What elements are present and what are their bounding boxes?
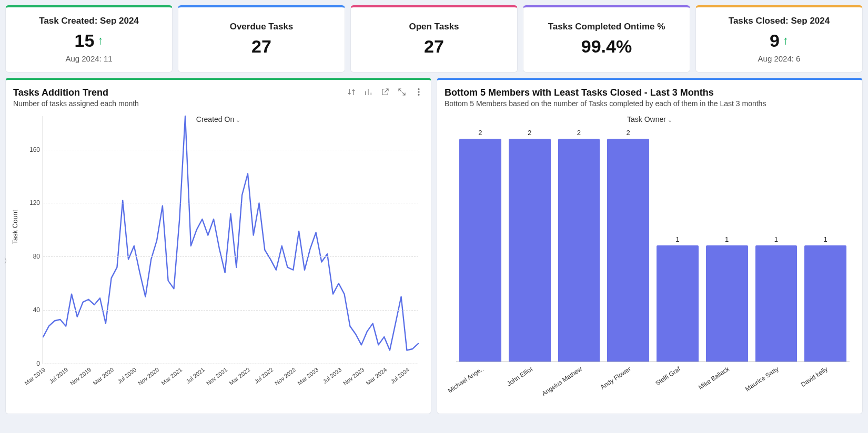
bar-column: 1 [755, 129, 798, 362]
kpi-value: 99.4% [581, 36, 632, 57]
bar-x-tick: Steffi Graf [653, 364, 702, 396]
bar-x-labels: Michael Ange..John ElliotAngelus MathewA… [456, 364, 850, 396]
svg-point-0 [418, 89, 419, 90]
kpi-title: Task Created: Sep 2024 [11, 16, 167, 26]
kpi-title: Tasks Completed Ontime % [529, 22, 684, 32]
expand-icon[interactable] [397, 87, 407, 99]
x-tick: Nov 2019 [68, 366, 92, 386]
y-tick: 80 [22, 253, 40, 260]
gridline [43, 150, 418, 150]
y-axis-label: Task Count [11, 210, 19, 244]
x-tick: Jul 2023 [321, 366, 342, 385]
x-tick: Nov 2023 [342, 366, 365, 386]
tasks-addition-trend-card: Tasks Addition Trend Number of tasks ass… [5, 78, 431, 414]
kpi-card-4: Tasks Closed: Sep 20249↑Aug 2024: 6 [695, 5, 863, 73]
bar-value-label: 2 [627, 129, 630, 137]
kpi-value: 15 [75, 30, 95, 51]
kpi-value-line: 15↑ [11, 30, 167, 51]
x-tick: Jul 2021 [185, 366, 206, 385]
kpi-title: Open Tasks [356, 22, 512, 32]
x-tick: Nov 2021 [205, 366, 228, 386]
x-tick: Nov 2020 [137, 366, 160, 386]
y-tick: 0 [22, 360, 40, 367]
kpi-card-2: Open Tasks27 [350, 5, 518, 73]
x-tick: Mar 2020 [92, 366, 115, 386]
kpi-value-line: 27 [184, 36, 339, 57]
y-tick: 40 [22, 306, 40, 314]
bar-x-tick: David kelly [801, 364, 850, 396]
kpi-card-3: Tasks Completed Ontime %99.4% [523, 5, 690, 73]
bar-value-label: 2 [528, 129, 531, 137]
bar-rect [706, 245, 748, 362]
chart-subtitle: Number of tasks assigned each month [13, 99, 139, 108]
x-tick: Mar 2022 [228, 366, 251, 386]
bar-column: 2 [509, 129, 551, 362]
svg-point-1 [418, 91, 419, 92]
bar-x-tick: Mike Ballack [702, 364, 752, 396]
x-tick: Jul 2024 [390, 366, 411, 385]
open-new-icon[interactable] [380, 87, 390, 99]
x-axis-label[interactable]: Task Owner⌄ [445, 115, 855, 123]
kpi-row: Task Created: Sep 202415↑Aug 2024: 11Ove… [5, 5, 863, 73]
kpi-value: 27 [251, 36, 271, 57]
chart-title: Bottom 5 Members with Least Tasks Closed… [445, 87, 766, 98]
kpi-value-line: 9↑ [701, 30, 857, 51]
line-chart: 04080120160 [43, 116, 418, 364]
bar-value-label: 2 [478, 129, 482, 137]
bar-value-label: 2 [577, 129, 581, 137]
bar-x-tick: Michael Ange.. [456, 364, 506, 396]
bar-column: 2 [558, 129, 600, 362]
chart-toolbar [347, 87, 423, 99]
bar-column: 1 [706, 129, 748, 362]
kpi-card-1: Overdue Tasks27 [178, 5, 345, 73]
bar-rect [607, 139, 649, 362]
x-tick: Jul 2019 [48, 366, 69, 385]
trend-up-icon: ↑ [97, 34, 103, 47]
kpi-value-line: 99.4% [529, 36, 684, 57]
chart-subtitle: Bottom 5 Members based on the number of … [445, 99, 766, 108]
sort-icon[interactable] [347, 87, 356, 99]
bar-rect [459, 139, 501, 362]
gridline [43, 203, 418, 203]
x-tick: Mar 2021 [160, 366, 183, 386]
x-tick: Mar 2019 [23, 366, 46, 386]
y-axis-arrow-icon: 〉 [4, 256, 11, 266]
kpi-card-0: Task Created: Sep 202415↑Aug 2024: 11 [5, 5, 173, 73]
y-tick: 120 [22, 199, 40, 207]
bar-rect [558, 139, 600, 362]
line-series [43, 116, 418, 350]
svg-point-2 [418, 94, 419, 95]
bar-chart: 22221111 [456, 129, 850, 362]
x-tick: Jul 2020 [116, 366, 137, 385]
bar-x-tick: Maurice Satty [751, 364, 801, 396]
kpi-title: Overdue Tasks [184, 22, 339, 32]
bar-rect [804, 245, 846, 362]
bar-rect [755, 245, 798, 362]
kpi-sublabel: Aug 2024: 6 [701, 54, 857, 63]
kpi-sublabel: Aug 2024: 11 [11, 54, 167, 63]
bar-rect [657, 245, 699, 362]
y-tick: 160 [22, 146, 40, 153]
gridline [43, 310, 418, 311]
bar-x-tick: Angelus Mathew [554, 364, 604, 396]
chart-title: Tasks Addition Trend [13, 87, 139, 98]
gridline [43, 256, 418, 257]
x-tick: Jul 2022 [253, 366, 274, 385]
kpi-value-line: 27 [356, 36, 512, 57]
kpi-value: 27 [424, 36, 444, 57]
bar-column: 2 [607, 129, 649, 362]
gridline [43, 364, 418, 364]
bar-value-label: 1 [725, 235, 729, 243]
x-tick: Nov 2022 [274, 366, 297, 386]
kpi-title: Tasks Closed: Sep 2024 [701, 16, 857, 26]
bar-column: 2 [459, 129, 501, 362]
x-tick: Mar 2024 [365, 366, 388, 386]
bottom-members-card: Bottom 5 Members with Least Tasks Closed… [437, 78, 863, 414]
bar-chart-icon[interactable] [364, 87, 373, 99]
bar-value-label: 1 [774, 235, 778, 243]
bar-value-label: 1 [824, 235, 827, 243]
kpi-value: 9 [770, 30, 780, 51]
more-icon[interactable] [414, 87, 423, 99]
bar-column: 1 [657, 129, 699, 362]
line-x-labels: Mar 2019Jul 2019Nov 2019Mar 2020Jul 2020… [43, 366, 418, 398]
